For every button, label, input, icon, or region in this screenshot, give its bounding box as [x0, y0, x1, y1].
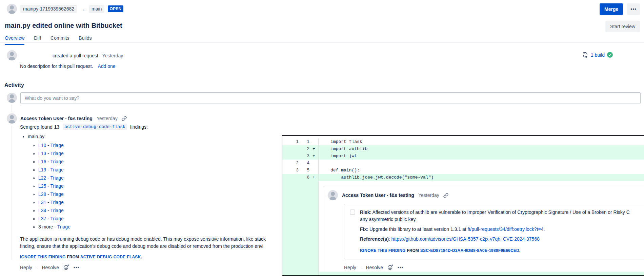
build-status: 1 build: [582, 52, 613, 58]
finding-detail-box: Risk: Affected versions of authlib are v…: [344, 204, 644, 259]
add-reaction-icon[interactable]: [63, 264, 69, 271]
comment-more-icon[interactable]: •••: [398, 265, 404, 270]
finding-triage-link[interactable]: Triage: [57, 224, 71, 229]
fix-link[interactable]: ft/pull-requests/34/diff:oetry.lock?t=4: [468, 226, 544, 232]
inline-comment-actions: Reply · Resolve •••: [344, 264, 644, 271]
start-review-button[interactable]: Start review: [605, 21, 640, 32]
activity-heading: Activity: [4, 82, 24, 88]
inline-comment-region: Access Token User - f&s testing Yesterda…: [282, 181, 644, 274]
current-user-avatar[interactable]: [7, 93, 17, 103]
diff-line[interactable]: 1 1 import flask: [282, 138, 644, 145]
finding-line-link[interactable]: L22: [38, 175, 46, 181]
finding-triage-link[interactable]: Triage: [51, 151, 64, 156]
finding-item: L10 - Triage: [38, 143, 71, 148]
diff-line[interactable]: 2 4: [282, 160, 644, 167]
gutter-divider: [318, 138, 319, 275]
finding-list: main.py L10 - Triage L13 - Triage L16 - …: [28, 134, 71, 233]
semgrep-summary: Semgrep found 13 active-debug-code-flask…: [20, 124, 148, 130]
cve-link[interactable]: CVE-2024-37568: [503, 236, 540, 242]
merge-button[interactable]: Merge: [600, 3, 623, 15]
pr-author-avatar[interactable]: [7, 4, 17, 14]
source-branch-lozenge[interactable]: mainpy-1719939562682: [20, 5, 77, 13]
finding-triage-link[interactable]: Triage: [51, 143, 64, 148]
creator-avatar[interactable]: [7, 50, 17, 60]
finding-triage-link[interactable]: Triage: [51, 175, 64, 181]
inline-comment-time: Yesterday: [418, 192, 439, 198]
reply-button[interactable]: Reply: [20, 265, 32, 270]
finding-line-link[interactable]: L34: [38, 208, 46, 213]
finding-line-link[interactable]: L25: [38, 183, 46, 189]
finding-triage-link[interactable]: Triage: [51, 200, 64, 205]
permalink-icon[interactable]: [122, 116, 127, 121]
finding-line-link[interactable]: L28: [38, 191, 46, 197]
finding-item: L34 - Triage: [38, 208, 71, 213]
finding-line-link[interactable]: L31: [38, 200, 46, 205]
references-line: Reference(s): https://github.com/advisor…: [360, 236, 630, 243]
finding-triage-link[interactable]: Triage: [51, 167, 64, 172]
from-text: FROM: [407, 248, 419, 253]
finding-line-link[interactable]: L37: [38, 216, 46, 221]
finding-triage-link[interactable]: Triage: [51, 208, 64, 213]
advisory-link[interactable]: https://github.com/advisories/GHSA-5357-…: [391, 236, 500, 242]
finding-triage-link[interactable]: Triage: [51, 159, 64, 164]
permalink-icon[interactable]: [443, 193, 448, 198]
target-branch-lozenge[interactable]: main: [89, 5, 104, 13]
description-line: The application is running debug code or…: [20, 236, 281, 243]
summary-suffix: findings:: [130, 124, 148, 130]
thread-line: [12, 105, 12, 112]
diff-line-added[interactable]: 3 + import jwt: [282, 152, 644, 160]
finding-triage-link[interactable]: Triage: [51, 191, 64, 197]
tab-overview[interactable]: Overview: [5, 35, 24, 45]
ignore-finding-line: IGNORE THIS FINDINGFROMSSC-ED87184D-D3AA…: [360, 247, 630, 254]
diff-gutter-added: [282, 181, 318, 274]
finding-line-link[interactable]: L19: [38, 167, 46, 172]
finding-description: The application is running debug code or…: [20, 236, 281, 251]
comment-composer-input[interactable]: [20, 92, 641, 104]
comment-author: Access Token User - f&s testing: [20, 116, 93, 121]
tab-bar: Overview Diff Commits Builds: [5, 35, 92, 45]
add-reaction-icon[interactable]: [387, 264, 394, 271]
finding-item: L31 - Triage: [38, 200, 71, 205]
ignore-finding-link[interactable]: IGNORE THIS FINDING: [360, 248, 405, 253]
resolve-button[interactable]: Resolve: [42, 265, 59, 270]
tab-commits[interactable]: Commits: [51, 35, 69, 45]
add-description-link[interactable]: Add one: [98, 63, 115, 69]
no-description-line: No description for this pull request. Ad…: [20, 63, 116, 69]
finding-item: L16 - Triage: [38, 159, 71, 164]
commenter-avatar[interactable]: [7, 113, 17, 124]
comment-more-icon[interactable]: •••: [74, 265, 80, 270]
resolve-button[interactable]: Resolve: [366, 265, 383, 270]
finding-count: 13: [54, 124, 60, 130]
build-count-link[interactable]: 1 build: [591, 52, 605, 58]
inline-comment-area: Access Token User - f&s testing Yesterda…: [318, 181, 644, 274]
created-text: created a pull request: [53, 53, 98, 58]
inline-commenter-avatar[interactable]: [328, 190, 338, 200]
rule-link[interactable]: active-debug-code-flask: [63, 124, 127, 130]
finding-item: L13 - Triage: [38, 151, 71, 156]
diff-line-added[interactable]: 2 + import authlib: [282, 145, 644, 152]
finding-triage-link[interactable]: Triage: [51, 216, 64, 221]
finding-checkbox[interactable]: [350, 209, 355, 215]
more-options-button[interactable]: •••: [627, 3, 640, 15]
tab-diff[interactable]: Diff: [34, 35, 41, 45]
inline-comment-card: Access Token User - f&s testing Yesterda…: [323, 186, 644, 276]
ssc-link[interactable]: SSC-ED87184D-D3AA-9DB8-8A0E-1980F9E66CED: [420, 248, 519, 253]
finding-item: 3 more - Triage: [38, 224, 71, 229]
ignore-finding-link[interactable]: IGNORE THIS FINDING: [20, 255, 65, 259]
finding-triage-link[interactable]: Triage: [51, 183, 64, 189]
ignore-finding-line: IGNORE THIS FINDINGFROMACTIVE-DEBUG-CODE…: [20, 255, 142, 259]
reply-button[interactable]: Reply: [344, 265, 356, 270]
no-description-text: No description for this pull request.: [20, 63, 93, 69]
tab-builds[interactable]: Builds: [79, 35, 92, 45]
finding-line-link[interactable]: L10: [38, 143, 46, 148]
finding-detail-content: Risk: Affected versions of authlib are v…: [360, 209, 630, 254]
rule-uppercase-link[interactable]: ACTIVE-DEBUG-CODE-FLASK: [80, 255, 141, 259]
diff-line-added[interactable]: 6 + authlib.jose.jwt.decode("some-val"): [282, 174, 644, 181]
finding-line-link[interactable]: L13: [38, 151, 46, 156]
finding-item: L28 - Triage: [38, 191, 71, 197]
diff-line[interactable]: 3 5 def main():: [282, 167, 644, 174]
risk-line: Risk: Affected versions of authlib are v…: [360, 209, 630, 216]
diff-line-added-partial: [282, 272, 644, 275]
finding-line-link[interactable]: L16: [38, 159, 46, 164]
finding-item: L37 - Triage: [38, 216, 71, 221]
